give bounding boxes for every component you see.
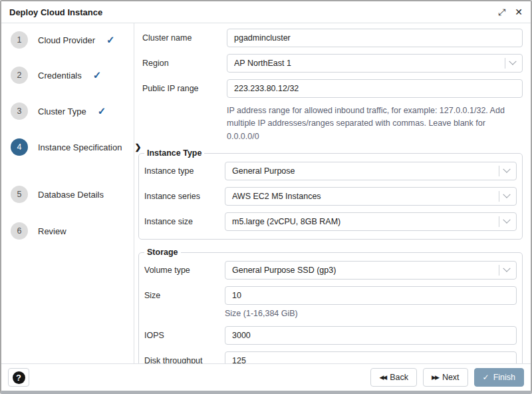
iops-label: IOPS (144, 326, 225, 340)
back-button-label: Back (390, 373, 408, 382)
next-button-label: Next (442, 373, 460, 382)
instance-series-selected-value: AWS EC2 M5 Instances (232, 192, 499, 201)
finish-button-label: Finish (493, 373, 515, 382)
step-number-badge: 3 (11, 102, 28, 120)
wizard-step-review[interactable]: 6 Review (11, 222, 66, 240)
help-button[interactable]: ? (8, 368, 29, 387)
cluster-name-input[interactable] (227, 29, 523, 47)
dialog-titlebar: Deploy Cloud Instance ⤢ ✕ (1, 1, 531, 23)
step-number-badge: 2 (11, 67, 28, 84)
check-icon: ✓ (106, 34, 115, 46)
region-select[interactable]: AP NorthEast 1 (227, 54, 523, 73)
instance-size-label: Instance size (144, 212, 225, 226)
disk-throughput-label: Disk throughput (144, 351, 225, 364)
wizard-step-credentials[interactable]: 2 Credentials ✓ (11, 67, 101, 84)
chevron-down-icon (503, 191, 510, 198)
combo-separator (499, 216, 499, 227)
combo-separator (499, 265, 499, 276)
chevron-right-icon: ❯ (134, 142, 141, 152)
volume-type-selected-value: General Purpose SSD (gp3) (232, 266, 499, 275)
maximize-icon[interactable]: ⤢ (498, 7, 505, 17)
instance-type-legend: Instance Type (144, 148, 204, 158)
chevron-down-icon (503, 216, 510, 224)
check-icon: ✓ (483, 373, 489, 382)
instance-specification-form: Cluster name Region AP NorthEast 1 Publi… (134, 23, 531, 363)
size-label: Size (144, 286, 225, 300)
cluster-name-label: Cluster name (142, 29, 227, 43)
step-number-badge: 5 (11, 186, 28, 203)
step-label: Instance Specification (38, 142, 122, 152)
finish-button[interactable]: ✓ Finish (474, 368, 524, 387)
instance-type-selected-value: General Purpose (232, 166, 499, 176)
chevron-down-icon (509, 58, 516, 65)
public-ip-help-text: IP address range for allowed inbound tra… (227, 104, 519, 143)
chevron-down-icon (503, 265, 510, 272)
instance-type-select[interactable]: General Purpose (225, 162, 517, 180)
step-number-badge: 6 (11, 222, 28, 240)
close-icon[interactable]: ✕ (515, 7, 523, 17)
combo-separator (505, 58, 505, 69)
wizard-step-cloud-provider[interactable]: 1 Cloud Provider ✓ (11, 31, 115, 49)
storage-legend: Storage (144, 248, 181, 257)
instance-type-group: Instance Type Instance type General Purp… (138, 148, 523, 240)
public-ip-input[interactable] (227, 79, 523, 98)
instance-series-select[interactable]: AWS EC2 M5 Instances (225, 187, 517, 206)
next-button[interactable]: ▶▶ Next (423, 368, 468, 387)
step-label: Cluster Type (38, 106, 86, 116)
step-label: Review (38, 226, 66, 236)
check-icon: ✓ (98, 105, 106, 117)
combo-separator (499, 191, 499, 202)
wizard-sidebar: 1 Cloud Provider ✓ 2 Credentials ✓ 3 Clu… (1, 23, 134, 363)
combo-separator (499, 166, 499, 176)
volume-type-select[interactable]: General Purpose SSD (gp3) (225, 261, 517, 280)
back-button[interactable]: ◀◀ Back (370, 368, 417, 387)
instance-series-label: Instance series (144, 187, 225, 201)
size-input[interactable] (225, 286, 517, 305)
instance-size-select[interactable]: m5.large (2vCPU, 8GB RAM) (225, 212, 517, 231)
chevron-down-icon (503, 166, 510, 173)
wizard-step-instance-specification[interactable]: 4 Instance Specification ❯ (11, 138, 142, 156)
deploy-cloud-instance-dialog: Deploy Cloud Instance ⤢ ✕ 1 Cloud Provid… (0, 0, 532, 394)
volume-type-label: Volume type (144, 261, 225, 275)
dialog-title: Deploy Cloud Instance (9, 7, 498, 17)
region-selected-value: AP NorthEast 1 (234, 59, 505, 68)
step-label: Cloud Provider (38, 35, 95, 45)
public-ip-label: Public IP range (142, 79, 227, 93)
wizard-step-cluster-type[interactable]: 3 Cluster Type ✓ (11, 102, 106, 120)
instance-size-selected-value: m5.large (2vCPU, 8GB RAM) (232, 217, 499, 226)
fast-backward-icon: ◀◀ (379, 374, 386, 381)
region-label: Region (142, 54, 227, 68)
storage-group: Storage Volume type General Purpose SSD … (138, 248, 523, 363)
question-mark-icon: ? (13, 371, 25, 384)
check-icon: ✓ (93, 69, 102, 81)
dialog-footer: ? ◀◀ Back ▶▶ Next ✓ Finish (1, 363, 531, 391)
step-label: Database Details (38, 190, 104, 200)
step-number-badge: 4 (11, 138, 28, 156)
step-number-badge: 1 (11, 31, 28, 49)
size-help-text: Size (1-16,384 GiB) (225, 307, 517, 320)
fast-forward-icon: ▶▶ (432, 374, 438, 381)
instance-type-label: Instance type (144, 162, 225, 176)
iops-input[interactable] (225, 326, 517, 345)
step-label: Credentials (38, 71, 82, 81)
disk-throughput-input[interactable] (225, 351, 517, 364)
wizard-step-database-details[interactable]: 5 Database Details (11, 186, 104, 203)
